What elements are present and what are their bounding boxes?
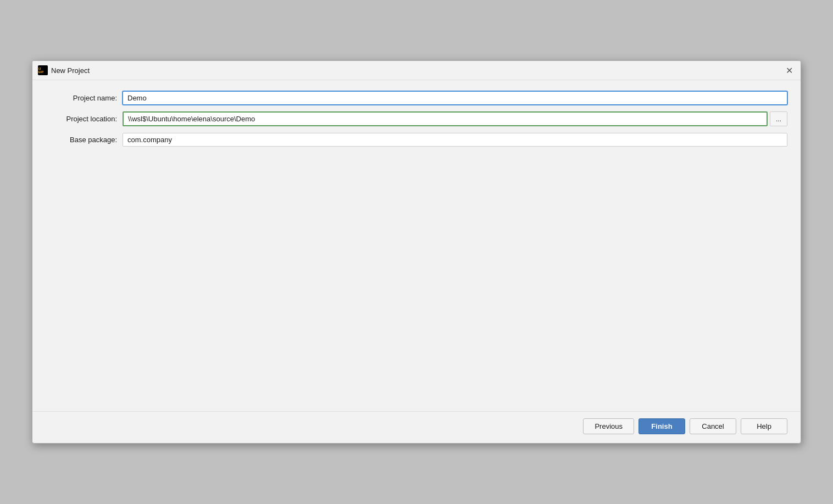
svg-text:IJ: IJ — [38, 67, 41, 70]
base-package-label: Base package: — [46, 136, 123, 144]
project-name-row: Project name: — [46, 91, 787, 105]
body-spacer — [46, 153, 787, 400]
base-package-row: Base package: — [46, 133, 787, 147]
help-button[interactable]: Help — [741, 418, 787, 434]
dialog-footer: Previous Finish Cancel Help — [32, 411, 801, 443]
finish-button[interactable]: Finish — [638, 418, 685, 434]
dialog-body: Project name: Project location: ... Base… — [32, 80, 801, 411]
app-icon: IJ EAP — [38, 65, 48, 75]
project-location-input-wrap: ... — [123, 111, 787, 126]
cancel-button[interactable]: Cancel — [690, 418, 736, 434]
base-package-input-wrap — [123, 133, 787, 147]
project-location-input[interactable] — [123, 111, 768, 126]
browse-button[interactable]: ... — [770, 111, 787, 126]
project-name-input-wrap — [123, 91, 787, 105]
base-package-input[interactable] — [123, 133, 787, 147]
close-button[interactable]: ✕ — [783, 64, 795, 76]
svg-text:EAP: EAP — [38, 71, 43, 74]
project-location-row: Project location: ... — [46, 111, 787, 126]
dialog-title: New Project — [51, 66, 90, 75]
project-name-label: Project name: — [46, 94, 123, 102]
new-project-dialog: IJ EAP New Project ✕ Project name: Proje… — [32, 60, 801, 444]
title-bar: IJ EAP New Project ✕ — [32, 61, 801, 80]
title-bar-left: IJ EAP New Project — [38, 65, 90, 75]
previous-button[interactable]: Previous — [583, 418, 634, 434]
project-name-input[interactable] — [123, 91, 787, 105]
project-location-label: Project location: — [46, 115, 123, 123]
